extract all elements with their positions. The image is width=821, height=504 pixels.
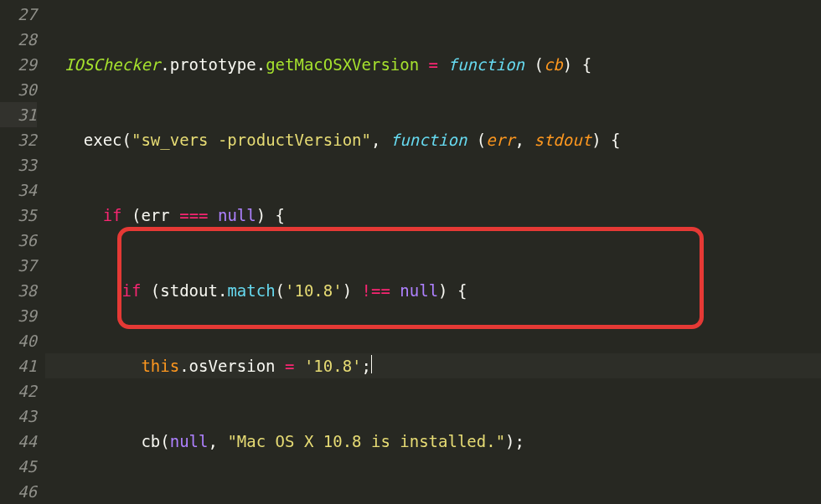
code-line[interactable]: this.osVersion = '10.8'; [45, 353, 821, 378]
code-line[interactable]: IOSChecker.prototype.getMacOSXVersion = … [45, 52, 821, 77]
line-number: 29 [0, 52, 37, 77]
line-number: 28 [0, 27, 37, 52]
code-editor[interactable]: 27 28 29 30 31 32 33 34 35 36 37 38 39 4… [0, 0, 821, 504]
line-number: 36 [0, 228, 37, 253]
line-number-gutter: 27 28 29 30 31 32 33 34 35 36 37 38 39 4… [0, 0, 45, 504]
line-number: 33 [0, 152, 37, 177]
code-line[interactable]: exec("sw_vers -productVersion", function… [45, 127, 821, 152]
line-number: 44 [0, 429, 37, 454]
line-number: 31 [0, 102, 37, 127]
line-number: 32 [0, 127, 37, 152]
line-number: 34 [0, 177, 37, 203]
line-number: 37 [0, 253, 37, 278]
line-number: 38 [0, 278, 37, 303]
line-number: 27 [0, 2, 37, 27]
code-area[interactable]: IOSChecker.prototype.getMacOSXVersion = … [45, 0, 821, 504]
line-number: 43 [0, 404, 37, 429]
code-line[interactable]: if (stdout.match('10.8') !== null) { [45, 278, 821, 303]
line-number: 40 [0, 328, 37, 353]
code-line[interactable]: cb(null, "Mac OS X 10.8 is installed."); [45, 429, 821, 454]
code-line[interactable]: if (err === null) { [45, 203, 821, 228]
line-number: 35 [0, 203, 37, 228]
line-number: 30 [0, 77, 37, 102]
line-number: 42 [0, 378, 37, 404]
line-number: 45 [0, 454, 37, 479]
line-number: 39 [0, 303, 37, 328]
line-number: 41 [0, 353, 37, 378]
text-cursor [371, 355, 373, 373]
line-number: 46 [0, 479, 37, 504]
